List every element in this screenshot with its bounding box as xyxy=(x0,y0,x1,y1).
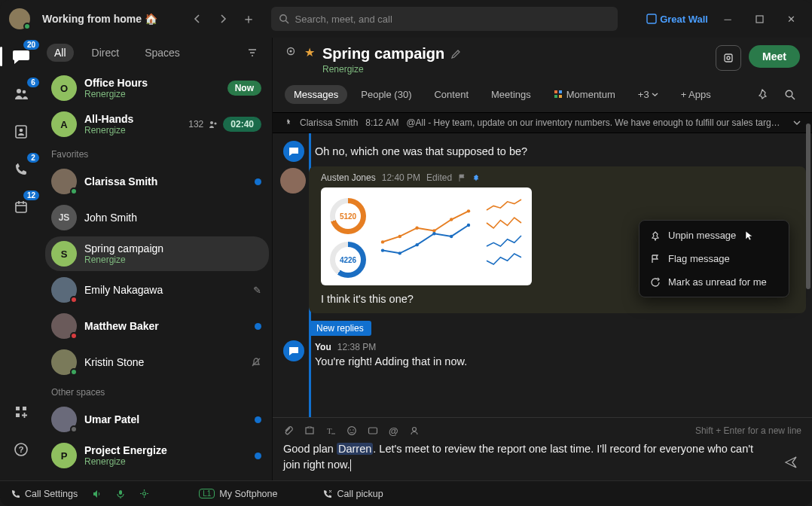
contact-umar[interactable]: Umar Patel xyxy=(45,402,269,437)
global-search-input[interactable]: Search, meet, and call xyxy=(271,7,618,31)
tab-people[interactable]: People (30) xyxy=(352,85,420,104)
softphone-button[interactable]: L1 My Softphone xyxy=(199,489,277,499)
audio-device-icon[interactable] xyxy=(91,489,102,499)
rail-calling[interactable]: 2 xyxy=(8,157,34,182)
screen-capture-icon[interactable] xyxy=(304,425,315,436)
headset-icon[interactable] xyxy=(139,489,149,498)
message-author: You xyxy=(315,342,331,352)
edit-title-icon[interactable] xyxy=(450,49,461,59)
menu-unpin[interactable]: Unpin message xyxy=(640,224,789,247)
scrollbar-track[interactable] xyxy=(806,93,810,413)
gif-icon[interactable] xyxy=(368,425,378,436)
send-button[interactable] xyxy=(780,452,801,473)
footer-bar: Call Settings L1 My Softphone Call picku… xyxy=(0,480,812,506)
tab-messages[interactable]: Messages xyxy=(285,85,347,104)
menu-flag[interactable]: Flag message xyxy=(640,247,789,270)
window-minimize-button[interactable]: ─ xyxy=(716,8,740,29)
emoji-icon[interactable] xyxy=(346,425,357,436)
rail-meetings[interactable]: 12 xyxy=(8,194,34,220)
tab-add-apps[interactable]: + Apps xyxy=(672,85,720,104)
svg-point-48 xyxy=(348,427,356,435)
compose-input[interactable]: Good plan Darren. Let's meet to review t… xyxy=(283,441,773,473)
svg-text:T: T xyxy=(327,426,332,435)
window-popout-button[interactable] xyxy=(716,45,741,71)
pinned-messages-button[interactable] xyxy=(753,84,774,105)
org-brand[interactable]: Great Wall xyxy=(646,14,708,25)
rail-help[interactable]: ? xyxy=(8,437,34,462)
mention-icon[interactable]: @ xyxy=(389,425,398,437)
flag-indicator-icon xyxy=(458,174,466,182)
muted-icon xyxy=(251,357,261,367)
space-project-energize[interactable]: P Project Energize Renergize xyxy=(45,438,269,473)
search-icon xyxy=(279,14,289,24)
space-settings-icon[interactable] xyxy=(285,45,297,57)
message-context-menu: Unpin message Flag message Mark as unrea… xyxy=(639,220,789,297)
tab-momentum[interactable]: Momentum xyxy=(545,85,624,104)
contact-name: John Smith xyxy=(84,212,261,224)
nav-back-button[interactable] xyxy=(187,8,208,29)
chevron-down-icon[interactable] xyxy=(792,118,801,127)
format-icon[interactable]: T xyxy=(325,425,336,436)
author-avatar xyxy=(280,168,306,194)
calendar-icon xyxy=(14,200,29,215)
mic-device-icon[interactable] xyxy=(115,489,126,499)
filter-spaces[interactable]: Spaces xyxy=(137,44,188,62)
self-avatar[interactable] xyxy=(9,8,30,29)
filter-icon[interactable] xyxy=(242,42,263,63)
tab-meetings[interactable]: Meetings xyxy=(482,85,540,104)
favorite-star-icon[interactable]: ★ xyxy=(304,45,315,59)
space-office-hours[interactable]: O Office Hours Renergize Now xyxy=(45,71,269,105)
unpin-icon xyxy=(650,230,661,241)
mention-chip[interactable]: Darren xyxy=(337,443,373,455)
rail-teams[interactable]: 6 xyxy=(8,81,34,107)
pinned-text: @All - Hey team, update on our inventory… xyxy=(406,117,785,128)
call-settings-button[interactable]: Call Settings xyxy=(11,489,78,499)
contact-john[interactable]: JS John Smith xyxy=(45,200,269,235)
space-all-hands[interactable]: A All-Hands Renergize 132 02:40 xyxy=(45,107,269,142)
time-badge: 02:40 xyxy=(223,117,261,132)
contact-name: Clarissa Smith xyxy=(84,175,247,187)
svg-point-43 xyxy=(450,235,453,238)
phone-icon xyxy=(11,489,20,498)
message[interactable]: Oh no, which one was that supposed to be… xyxy=(273,139,812,163)
rail-messaging[interactable]: 20 xyxy=(8,44,34,69)
chart-attachment[interactable]: 51204226 xyxy=(321,187,532,285)
team-icon xyxy=(13,86,29,102)
rail-contacts[interactable] xyxy=(8,119,34,145)
conversation-pane: ★ Spring campaign Renergize Meet xyxy=(273,38,812,480)
contact-emily[interactable]: Emily Nakagawa ✎ xyxy=(45,273,269,307)
contact-clarissa[interactable]: Clarissa Smith xyxy=(45,164,269,199)
pinned-message-bar[interactable]: Clarissa Smith 8:12 AM @All - Hey team, … xyxy=(273,112,812,133)
meet-button[interactable]: Meet xyxy=(749,45,800,68)
filter-all[interactable]: All xyxy=(47,44,74,62)
participant-count: 132 xyxy=(188,119,203,130)
unread-dot xyxy=(255,453,261,459)
space-spring-campaign[interactable]: S Spring campaign Renergize xyxy=(45,236,269,271)
edited-label: Edited xyxy=(426,172,452,183)
message[interactable]: You 12:38 PM You're right! Adding that i… xyxy=(273,339,812,373)
filter-direct[interactable]: Direct xyxy=(84,44,127,62)
window-maximize-button[interactable] xyxy=(747,8,771,29)
attach-icon[interactable] xyxy=(283,425,294,436)
search-in-space-button[interactable] xyxy=(779,84,800,105)
call-pickup-button[interactable]: Call pickup xyxy=(322,489,383,499)
softphone-key: L1 xyxy=(199,489,215,498)
tab-more[interactable]: +3 xyxy=(629,85,667,104)
nav-forward-button[interactable] xyxy=(212,8,234,29)
new-replies-marker: New replies xyxy=(309,321,371,336)
presence-status[interactable]: Working from home 🏠 xyxy=(42,13,157,25)
window-close-button[interactable]: ✕ xyxy=(779,8,803,29)
rail-apps[interactable] xyxy=(8,399,34,425)
bitmoji-icon[interactable] xyxy=(409,425,420,436)
svg-point-7 xyxy=(20,129,23,133)
tab-content[interactable]: Content xyxy=(425,85,478,104)
menu-unread[interactable]: Mark as unread for me xyxy=(640,270,789,294)
svg-point-52 xyxy=(412,428,416,431)
new-button[interactable]: ＋ xyxy=(238,8,259,29)
contact-matthew[interactable]: Matthew Baker xyxy=(45,309,269,343)
scrollbar-thumb[interactable] xyxy=(806,123,810,289)
message-body: Oh no, which one was that supposed to be… xyxy=(315,144,800,159)
nav-rail: 20 6 2 12 ? xyxy=(0,38,42,480)
pinned-time: 8:12 AM xyxy=(365,117,398,128)
contact-kristin[interactable]: Kristin Stone xyxy=(45,345,269,380)
